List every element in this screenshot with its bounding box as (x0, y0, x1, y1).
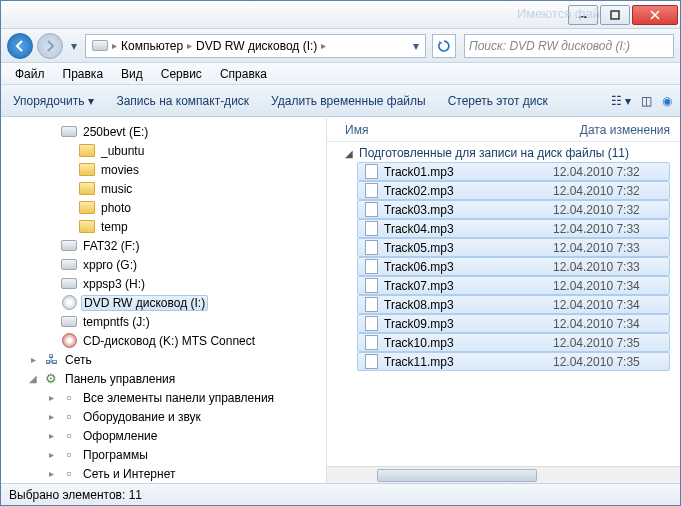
group-header[interactable]: ◢ Подготовленные для записи на диск файл… (327, 142, 680, 162)
tree-node[interactable]: ▸Оборудование и звук (1, 407, 326, 426)
tree-node[interactable]: temp (1, 217, 326, 236)
file-icon (364, 355, 378, 369)
column-name[interactable]: Имя (345, 123, 580, 137)
tree-node[interactable]: tempntfs (J:) (1, 312, 326, 331)
tree-node[interactable]: ▸Сеть (1, 350, 326, 369)
file-icon (364, 298, 378, 312)
tree-label: movies (99, 163, 141, 177)
preview-pane-button[interactable]: ◫ (641, 94, 652, 108)
maximize-button[interactable] (600, 5, 630, 25)
content-area: 250bevt (E:)_ubuntumoviesmusicphototempF… (1, 117, 680, 483)
nav-history-dropdown[interactable]: ▾ (67, 36, 81, 56)
dvd-icon (61, 295, 77, 311)
expand-icon[interactable]: ▸ (45, 468, 57, 479)
tree-node[interactable]: 250bevt (E:) (1, 122, 326, 141)
tree-node[interactable]: ▸Сеть и Интернет (1, 464, 326, 483)
file-icon (364, 184, 378, 198)
menu-help[interactable]: Справка (212, 65, 275, 83)
tree-node[interactable]: ▸Программы (1, 445, 326, 464)
nav-bar: ▾ ▸ Компьютер ▸ DVD RW дисковод (I:) ▸ ▾… (1, 29, 680, 63)
file-row[interactable]: Track03.mp312.04.2010 7:32 (357, 200, 670, 219)
breadcrumb-current[interactable]: DVD RW дисковод (I:) (192, 35, 321, 57)
minimize-button[interactable] (568, 5, 598, 25)
folder-icon (79, 200, 95, 216)
file-name: Track02.mp3 (384, 184, 547, 198)
file-row[interactable]: Track09.mp312.04.2010 7:34 (357, 314, 670, 333)
tree-node[interactable]: ▸Все элементы панели управления (1, 388, 326, 407)
tree-label: 250bevt (E:) (81, 125, 150, 139)
tree-node[interactable]: music (1, 179, 326, 198)
expand-icon[interactable]: ▸ (45, 411, 57, 422)
tree-node[interactable]: movies (1, 160, 326, 179)
tree-node[interactable]: xppro (G:) (1, 255, 326, 274)
file-name: Track09.mp3 (384, 317, 547, 331)
menu-view[interactable]: Вид (113, 65, 151, 83)
file-date: 12.04.2010 7:35 (553, 336, 663, 350)
cplitem-icon (61, 390, 77, 406)
folder-icon (79, 219, 95, 235)
file-row[interactable]: Track08.mp312.04.2010 7:34 (357, 295, 670, 314)
expand-icon[interactable]: ▸ (45, 392, 57, 403)
search-input[interactable]: Поиск: DVD RW дисковод (I:) (464, 34, 674, 58)
erase-disc-button[interactable]: Стереть этот диск (444, 91, 552, 111)
expand-icon[interactable]: ▸ (27, 354, 39, 365)
tree-label: Программы (81, 448, 150, 462)
address-dropdown-icon[interactable]: ▾ (409, 39, 423, 53)
expand-icon[interactable]: ▸ (45, 430, 57, 441)
tree-node[interactable]: FAT32 (F:) (1, 236, 326, 255)
file-row[interactable]: Track05.mp312.04.2010 7:33 (357, 238, 670, 257)
tree-node[interactable]: CD-дисковод (K:) MTS Connect (1, 331, 326, 350)
tree-node[interactable]: _ubuntu (1, 141, 326, 160)
file-row[interactable]: Track07.mp312.04.2010 7:34 (357, 276, 670, 295)
expand-icon[interactable]: ▸ (45, 449, 57, 460)
scrollbar-thumb[interactable] (377, 469, 537, 482)
group-title: Подготовленные для записи на диск файлы … (359, 146, 629, 160)
file-pane: Имя Дата изменения ◢ Подготовленные для … (327, 118, 680, 483)
file-row[interactable]: Track06.mp312.04.2010 7:33 (357, 257, 670, 276)
tree-node[interactable]: photo (1, 198, 326, 217)
column-headers[interactable]: Имя Дата изменения (327, 118, 680, 142)
tree-node[interactable]: xppsp3 (H:) (1, 274, 326, 293)
breadcrumb-computer[interactable]: Компьютер (117, 35, 187, 57)
tree-node[interactable]: ▸Оформление (1, 426, 326, 445)
menu-edit[interactable]: Правка (55, 65, 112, 83)
file-row[interactable]: Track01.mp312.04.2010 7:32 (357, 162, 670, 181)
group-collapse-icon[interactable]: ◢ (345, 148, 353, 159)
tree-label: Все элементы панели управления (81, 391, 276, 405)
tree-label: music (99, 182, 134, 196)
svg-rect-1 (611, 11, 619, 19)
expand-icon[interactable]: ◢ (27, 373, 39, 384)
drive-icon (61, 124, 77, 140)
file-date: 12.04.2010 7:34 (553, 298, 663, 312)
file-row[interactable]: Track02.mp312.04.2010 7:32 (357, 181, 670, 200)
column-date[interactable]: Дата изменения (580, 123, 670, 137)
delete-temp-button[interactable]: Удалить временные файлы (267, 91, 430, 111)
view-options-button[interactable]: ☷ ▾ (611, 94, 631, 108)
refresh-button[interactable] (432, 34, 456, 58)
forward-button[interactable] (37, 33, 63, 59)
chevron-down-icon: ▾ (88, 94, 94, 108)
address-bar[interactable]: ▸ Компьютер ▸ DVD RW дисковод (I:) ▸ ▾ (85, 34, 426, 58)
cplitem-icon (61, 428, 77, 444)
file-icon (364, 317, 378, 331)
drive-icon (61, 276, 77, 292)
file-list[interactable]: Track01.mp312.04.2010 7:32Track02.mp312.… (327, 162, 680, 466)
file-row[interactable]: Track11.mp312.04.2010 7:35 (357, 352, 670, 371)
tree-label: tempntfs (J:) (81, 315, 152, 329)
menu-file[interactable]: Файл (7, 65, 53, 83)
back-button[interactable] (7, 33, 33, 59)
horizontal-scrollbar[interactable] (327, 466, 680, 483)
burn-button[interactable]: Запись на компакт-диск (112, 91, 253, 111)
close-button[interactable] (632, 5, 678, 25)
file-row[interactable]: Track10.mp312.04.2010 7:35 (357, 333, 670, 352)
help-button[interactable]: ◉ (662, 94, 672, 108)
search-placeholder: Поиск: DVD RW дисковод (I:) (469, 39, 630, 53)
menu-tools[interactable]: Сервис (153, 65, 210, 83)
navigation-tree[interactable]: 250bevt (E:)_ubuntumoviesmusicphototempF… (1, 118, 327, 483)
tree-label: Оформление (81, 429, 159, 443)
organize-button[interactable]: Упорядочить ▾ (9, 91, 98, 111)
tree-node[interactable]: ◢Панель управления (1, 369, 326, 388)
title-bar (1, 1, 680, 29)
file-row[interactable]: Track04.mp312.04.2010 7:33 (357, 219, 670, 238)
tree-node[interactable]: DVD RW дисковод (I:) (1, 293, 326, 312)
